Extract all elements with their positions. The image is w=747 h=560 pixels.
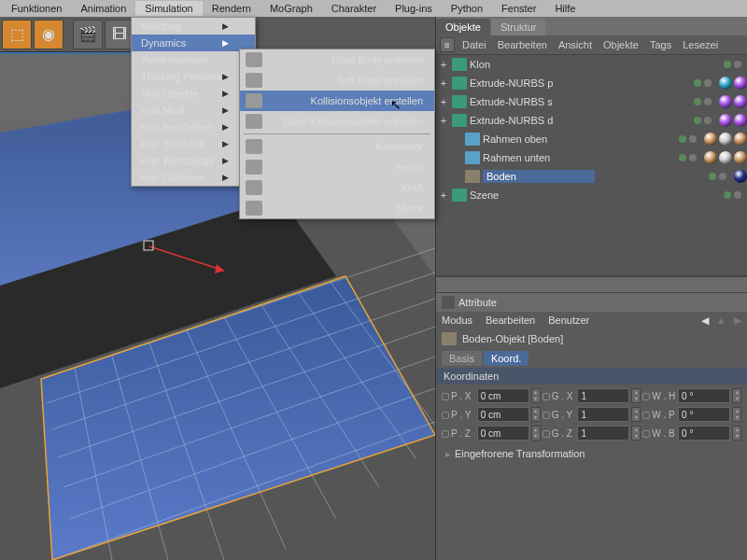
coord-input[interactable] (577, 407, 629, 422)
object-icon (452, 77, 467, 90)
spinner[interactable]: ▴▾ (631, 388, 641, 403)
menu-funktionen[interactable]: Funktionen (2, 1, 71, 16)
submenu-item[interactable]: Rigid Body erstellen (240, 49, 434, 70)
expand-icon[interactable]: + (438, 189, 449, 201)
coord-label: P . X (442, 391, 475, 401)
nav-prev-icon[interactable]: ◀ (701, 315, 709, 327)
submenu-item[interactable]: Geist-Kollisionsobjekt erstellen (240, 111, 434, 132)
tree-label[interactable]: Extrude-NURBS s (470, 96, 582, 107)
panel-menu-item[interactable]: Ansicht (553, 39, 598, 50)
coord-label: G . Y (543, 410, 576, 420)
coord-label: W . H (642, 391, 676, 401)
submenu-item[interactable]: Konnektor (240, 136, 434, 157)
attr-tab[interactable]: Koord. (484, 351, 529, 366)
nav-next-icon[interactable]: ▶ (734, 315, 741, 327)
tree-row[interactable]: +Extrude-NURBS d (436, 111, 747, 130)
tree-label[interactable]: Extrude-NURBS d (470, 115, 582, 126)
coord-input[interactable] (678, 388, 730, 403)
hamburger-icon[interactable] (442, 296, 455, 309)
menu-python[interactable]: Python (442, 1, 492, 16)
submenu-item[interactable]: Hair Bearbeiten▶ (132, 119, 255, 135)
attr-menu-item[interactable]: Modus (442, 315, 472, 326)
submenu-item[interactable]: Kleidung▶ (132, 18, 255, 35)
spinner[interactable]: ▴▾ (631, 426, 641, 441)
attr-menu-item[interactable]: Bearbeiten (486, 315, 535, 326)
tree-row[interactable]: Rahmen unten (436, 148, 747, 167)
coord-input[interactable] (577, 426, 629, 441)
expand-icon[interactable]: + (438, 59, 449, 70)
submenu-item[interactable]: Dynamics▶ (132, 35, 255, 51)
submenu-item[interactable]: Hair Optionen▶ (132, 169, 255, 186)
spinner[interactable]: ▴▾ (531, 388, 541, 403)
tool-button[interactable]: ◉ (34, 20, 63, 49)
attr-menu-item[interactable]: Benutzer (548, 315, 589, 326)
submenu-item[interactable]: Kraft (240, 177, 434, 198)
panel-menu-item[interactable]: Bearbeiten (492, 39, 553, 50)
menu-fenster[interactable]: Fenster (492, 1, 545, 16)
attr-tab[interactable]: Basis (442, 351, 482, 366)
panel-menu-item[interactable]: Objekte (598, 39, 644, 50)
menu-mograph[interactable]: MoGraph (261, 1, 322, 16)
submenu-item[interactable]: Thinking Particles▶ (132, 68, 255, 85)
submenu-item[interactable]: Motor (240, 198, 434, 218)
tree-label[interactable]: Rahmen unten (483, 152, 595, 163)
submenu-item[interactable]: Feder (240, 157, 434, 177)
submenu-item[interactable]: Partikelsystem (132, 51, 255, 68)
spinner[interactable]: ▴▾ (732, 388, 741, 403)
panel-divider[interactable] (436, 276, 747, 293)
coord-input[interactable] (477, 426, 529, 441)
section-header: Koordinaten (436, 368, 747, 385)
panel-tabs: Objekte Struktur (436, 17, 747, 35)
tree-label[interactable]: Szene (470, 189, 582, 201)
spinner[interactable]: ▴▾ (631, 407, 641, 422)
tree-row[interactable]: Boden (436, 167, 747, 186)
object-tree[interactable]: +Klon+Extrude-NURBS p+Extrude-NURBS s+Ex… (436, 54, 747, 276)
expand-icon[interactable]: + (438, 96, 449, 107)
spinner[interactable]: ▴▾ (732, 426, 741, 441)
nav-up-icon[interactable]: ▲ (716, 315, 726, 327)
tree-label[interactable]: Rahmen oben (483, 133, 595, 145)
tree-row[interactable]: +Szene (436, 186, 747, 204)
spinner[interactable]: ▴▾ (732, 407, 741, 422)
submenu-item[interactable]: Soft Body erstellen (240, 70, 434, 91)
menu-animation[interactable]: Animation (71, 1, 135, 16)
coord-input[interactable] (678, 426, 730, 441)
submenu-item[interactable]: Hair Objekte▶ (132, 85, 255, 102)
panel-menu-item[interactable]: Lesezei (677, 39, 724, 50)
submenu-item[interactable]: Hair Selektion▶ (132, 135, 255, 152)
tab-objects[interactable]: Objekte (436, 19, 490, 35)
menu-rendern[interactable]: Rendern (203, 1, 261, 16)
tool-button[interactable]: ⬚ (2, 20, 32, 49)
tree-label[interactable]: Extrude-NURBS p (470, 77, 582, 89)
submenu-item[interactable]: Hair Werkzeuge▶ (132, 152, 255, 169)
hamburger-icon[interactable]: ≡ (440, 37, 455, 52)
menu-hilfe[interactable]: Hilfe (545, 1, 585, 16)
tab-structure[interactable]: Struktur (491, 19, 546, 35)
submenu-item[interactable]: Hair Modi▶ (132, 102, 255, 119)
tree-row[interactable]: +Extrude-NURBS p (436, 74, 747, 92)
coord-input[interactable] (577, 388, 629, 403)
tree-label[interactable]: Klon (470, 59, 582, 70)
coord-input[interactable] (477, 388, 529, 403)
tree-row[interactable]: +Klon (436, 55, 747, 74)
frozen-transform-row[interactable]: ▸Eingefrorene Transformation (436, 444, 747, 464)
tool-button[interactable]: 🎬 (73, 20, 103, 49)
spinner[interactable]: ▴▾ (531, 407, 541, 422)
object-icon (465, 170, 480, 183)
menu-charakter[interactable]: Charakter (322, 1, 386, 16)
panel-menu-item[interactable]: Datei (457, 39, 492, 50)
tree-row[interactable]: Rahmen oben (436, 130, 747, 148)
expand-icon[interactable]: + (438, 115, 449, 126)
object-icon (452, 189, 467, 202)
expand-icon[interactable]: + (438, 77, 449, 89)
coord-input[interactable] (678, 407, 730, 422)
tree-label[interactable]: Boden (483, 170, 595, 183)
spinner[interactable]: ▴▾ (531, 426, 541, 441)
tree-row[interactable]: +Extrude-NURBS s (436, 92, 747, 111)
menu-simulation[interactable]: Simulation (135, 1, 202, 16)
panel-menu-item[interactable]: Tags (644, 39, 677, 50)
menu-plug-ins[interactable]: Plug-ins (386, 1, 442, 16)
submenu-item[interactable]: Kollisionsobjekt erstellen (240, 91, 434, 111)
simulation-submenu: Kleidung▶Dynamics▶PartikelsystemThinking… (131, 17, 256, 187)
coord-input[interactable] (477, 407, 529, 422)
